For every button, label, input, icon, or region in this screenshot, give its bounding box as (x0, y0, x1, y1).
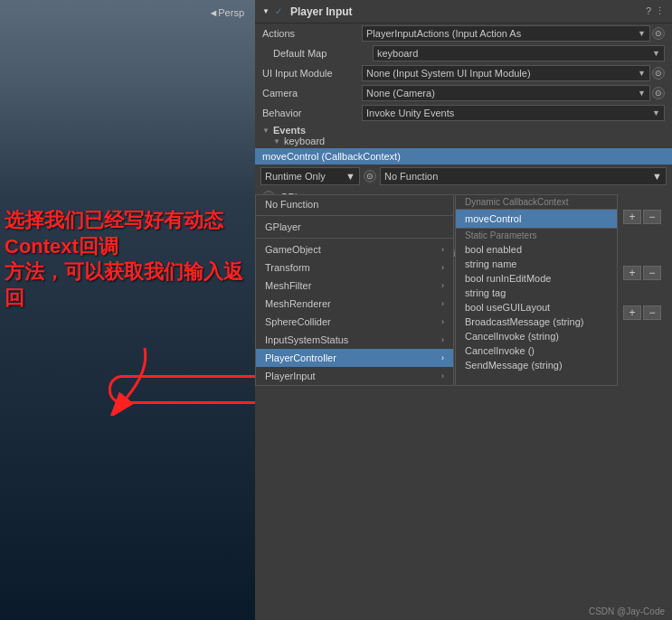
dropdown-gplayer[interactable]: GPlayer (256, 218, 453, 236)
dropdown-gameobject-text: GameObject (265, 244, 321, 255)
ui-input-field-group: None (Input System UI Input Module) ▼ ⊙ (362, 65, 665, 81)
gameobject-chevron-icon: › (441, 245, 444, 254)
dropdown-spherecollider[interactable]: SphereCollider › (256, 313, 453, 331)
camera-value-text: None (Camera) (366, 88, 435, 99)
static-sendmessage[interactable]: SendMessage (string) (456, 358, 617, 372)
camera-dropdown[interactable]: None (Camera) ▼ (362, 85, 650, 101)
ui-input-pick-btn[interactable]: ⊙ (652, 67, 665, 80)
playerinput-chevron-icon: › (441, 371, 444, 380)
submenu-movecontrol[interactable]: moveControl (456, 210, 617, 228)
static-string-name[interactable]: string name (456, 257, 617, 271)
dropdown-no-function[interactable]: No Function (256, 195, 453, 213)
events-triangle-icon: ▼ (262, 127, 270, 135)
chinese-line2: 方法，可以获取我们输入返回 (5, 259, 255, 311)
ui-input-value: None (Input System UI Input Module) ▼ ⊙ (362, 65, 665, 81)
camera-field-group: None (Camera) ▼ ⊙ (362, 85, 665, 101)
static-sendmessage-text: SendMessage (string) (465, 360, 563, 371)
static-string-tag-text: string tag (465, 287, 506, 298)
actions-dropdown[interactable]: PlayerInputActions (Input Action As ▼ (362, 25, 650, 42)
more-options-icon[interactable]: ⋮ (655, 5, 665, 17)
no-function-dropdown[interactable]: No Function ▼ (380, 167, 667, 185)
static-cancelinvoke[interactable]: CancelInvoke () (456, 343, 617, 358)
dropdown-inputsystem[interactable]: InputSystemStatus › (256, 331, 453, 349)
dropdown-transform-text: Transform (265, 262, 310, 273)
ui-input-label: UI Input Module (262, 68, 362, 79)
function-row: Runtime Only ▼ ⊙ No Function ▼ (255, 164, 672, 188)
scene-panel: ◄Persp 选择我们已经写好有动态Context回调 方法，可以获取我们输入返… (0, 0, 255, 620)
dropdown-playercontroller[interactable]: PlayerController › (256, 349, 453, 367)
move-control-row[interactable]: moveControl (CallbackContext) (255, 148, 672, 164)
dropdown-right-panel: Dynamic CallbackContext moveControl Stat… (455, 194, 618, 386)
events-section: ▼ Events ▼ keyboard (255, 123, 672, 148)
actions-pick-btn[interactable]: ⊙ (652, 27, 665, 40)
scene-bg-top (0, 0, 255, 199)
static-cancelinvoke-text: CancelInvoke () (465, 345, 535, 356)
keyboard-toggle[interactable]: ▼ keyboard (262, 136, 665, 146)
collapse-triangle-icon[interactable]: ▼ (262, 7, 270, 15)
actions-value-text: PlayerInputActions (Input Action As (366, 28, 521, 39)
actions-arrow-icon: ▼ (638, 29, 646, 38)
no-function-arrow-icon: ▼ (652, 171, 662, 182)
default-map-label: Default Map (273, 48, 373, 59)
dropdown-playerinput[interactable]: PlayerInput › (256, 367, 453, 385)
camera-value: None (Camera) ▼ ⊙ (362, 85, 665, 101)
chinese-overlay-text: 选择我们已经写好有动态Context回调 方法，可以获取我们输入返回 (5, 208, 255, 311)
ui-input-arrow-icon: ▼ (638, 69, 646, 78)
ui-input-module-row: UI Input Module None (Input System UI In… (255, 63, 672, 83)
static-bool-enabled-text: bool enabled (465, 244, 522, 255)
dropdown-meshrenderer[interactable]: MeshRenderer › (256, 295, 453, 313)
runtime-only-dropdown[interactable]: Runtime Only ▼ (260, 167, 360, 185)
static-cancelinvoke-string-text: CancelInvoke (string) (465, 331, 559, 342)
actions-field-group: PlayerInputActions (Input Action As ▼ ⊙ (362, 25, 665, 42)
actions-row: Actions PlayerInputActions (Input Action… (255, 23, 672, 43)
static-string-name-text: string name (465, 258, 516, 269)
behavior-value: Invoke Unity Events ▼ (362, 105, 665, 121)
runtime-circle-btn[interactable]: ⊙ (364, 170, 376, 183)
actions-label: Actions (262, 28, 362, 39)
static-string-tag[interactable]: string tag (456, 286, 617, 300)
dropdown-sep-2 (256, 238, 453, 239)
move-control-text: moveControl (CallbackContext) (262, 151, 401, 162)
events-toggle[interactable]: ▼ Events (262, 125, 665, 136)
default-map-dropdown[interactable]: keyboard ▼ (373, 45, 665, 61)
ui-input-value-text: None (Input System UI Input Module) (366, 68, 531, 79)
keyboard-triangle-icon: ▼ (273, 137, 280, 146)
inspector-title: Player Input (290, 5, 640, 18)
dropdown-popup: No Function GPlayer GameObject › Transfo… (255, 194, 672, 386)
behavior-value-text: Invoke Unity Events (366, 108, 454, 118)
behavior-dropdown[interactable]: Invoke Unity Events ▼ (362, 105, 665, 121)
active-toggle-icon[interactable]: ✓ (275, 6, 282, 16)
dropdown-gameobject[interactable]: GameObject › (256, 240, 453, 258)
camera-pick-btn[interactable]: ⊙ (652, 87, 665, 99)
dropdown-left-panel: No Function GPlayer GameObject › Transfo… (255, 194, 454, 386)
dropdown-inputsystem-text: InputSystemStatus (265, 334, 348, 345)
red-arrow-icon (90, 343, 163, 418)
help-icon[interactable]: ? (646, 5, 651, 17)
static-broadcast-message[interactable]: BroadcastMessage (string) (456, 315, 617, 329)
ui-input-dropdown[interactable]: None (Input System UI Input Module) ▼ (362, 65, 650, 81)
meshfilter-chevron-icon: › (441, 281, 444, 290)
inspector-panel: ▼ ✓ Player Input ? ⋮ Actions PlayerInput… (255, 0, 672, 620)
dropdown-meshrenderer-text: MeshRenderer (265, 298, 331, 309)
meshrenderer-chevron-icon: › (441, 299, 444, 308)
csdn-label: CSDN @Jay-Code (589, 606, 665, 616)
inspector-header: ▼ ✓ Player Input ? ⋮ (255, 0, 672, 23)
behavior-row: Behavior Invoke Unity Events ▼ (255, 103, 672, 123)
runtime-arrow-icon: ▼ (345, 171, 355, 182)
main-container: ◄Persp 选择我们已经写好有动态Context回调 方法，可以获取我们输入返… (0, 0, 672, 620)
transform-chevron-icon: › (441, 263, 444, 272)
actions-value: PlayerInputActions (Input Action As ▼ ⊙ (362, 25, 665, 42)
runtime-only-text: Runtime Only (265, 171, 326, 182)
dropdown-transform[interactable]: Transform › (256, 258, 453, 277)
dropdown-meshfilter[interactable]: MeshFilter › (256, 277, 453, 295)
static-bool-useguilayout[interactable]: bool useGUILayout (456, 300, 617, 315)
static-bool-enabled[interactable]: bool enabled (456, 242, 617, 257)
inspector-header-actions: ? ⋮ (646, 5, 665, 17)
static-bool-runineditmode[interactable]: bool runInEditMode (456, 271, 617, 286)
static-cancelinvoke-string[interactable]: CancelInvoke (string) (456, 329, 617, 343)
dropdown-spherecollider-text: SphereCollider (265, 316, 331, 327)
dropdown-no-function-text: No Function (265, 199, 318, 210)
static-broadcast-message-text: BroadcastMessage (string) (465, 316, 583, 327)
events-label: Events (273, 125, 306, 136)
dynamic-section-header: Dynamic CallbackContext (456, 195, 617, 210)
